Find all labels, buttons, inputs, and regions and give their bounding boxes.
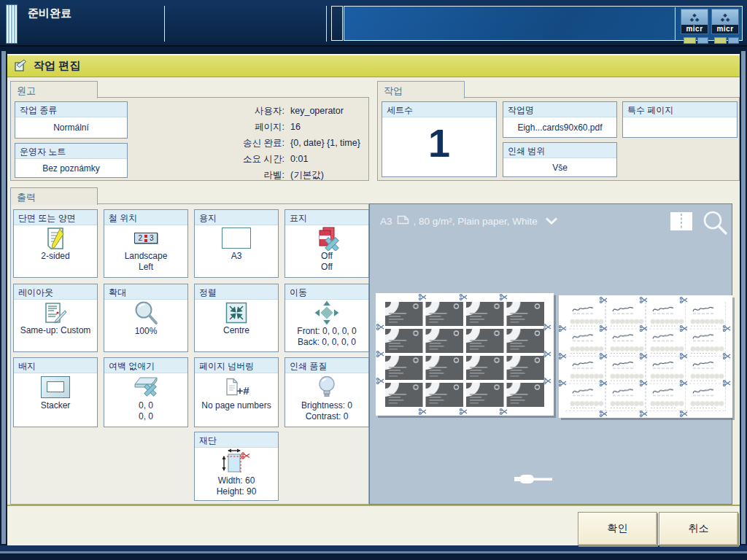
staple-position-icon: 23 — [104, 225, 187, 251]
tile-job-name[interactable]: 작업명 Eigh...cards90x60.pdf — [503, 101, 617, 138]
tile-value: Height: 90 — [195, 486, 278, 497]
micr-logo-text: micr — [711, 25, 739, 34]
set-count-value: 1 — [382, 120, 496, 166]
tile-alignment[interactable]: 정렬 Centre — [194, 284, 279, 352]
info-row: 페이지:16 — [196, 119, 368, 135]
tile-label: 레이아웃 — [14, 284, 97, 300]
topbar-divider — [675, 7, 676, 40]
tile-operator-note[interactable]: 운영자 노트 Bez poznámky — [15, 143, 128, 178]
page-number-icon: +# — [195, 373, 278, 400]
brightness-bulb-icon — [285, 373, 368, 400]
chevron-down-icon — [545, 216, 558, 227]
tile-print-range[interactable]: 인쇄 범위 Vše — [503, 142, 617, 177]
ok-button[interactable]: 확인 — [578, 512, 657, 545]
tile-sides[interactable]: 단면 또는 양면 2-sided — [13, 209, 98, 278]
micr-diamonds-icon: ◆◆ ◆ — [681, 9, 708, 25]
paper-selector[interactable]: A3 , 80 g/m², Plain paper, White — [380, 215, 558, 227]
info-value: 0:01 — [290, 151, 308, 167]
tile-special-pages[interactable]: 특수 페이지 — [622, 101, 738, 138]
tile-label: 재단 — [195, 432, 278, 448]
tile-value: Left — [104, 262, 187, 273]
tile-label: 표지 — [285, 210, 368, 225]
tile-value: Stacker — [14, 400, 97, 411]
tile-value — [14, 411, 97, 422]
info-label: 페이지: — [196, 119, 285, 135]
tile-value — [104, 337, 187, 348]
tile-value: Off — [285, 262, 368, 273]
tile-cover[interactable]: 표지 OffOff — [285, 209, 369, 278]
preview-sheet-back — [559, 295, 732, 418]
tile-value: Same-up: Custom — [14, 325, 97, 336]
info-label: 소요 시간: — [196, 151, 285, 167]
dialog-bottom-highlight — [0, 551, 747, 553]
tile-label: 인쇄 범위 — [503, 143, 616, 158]
tile-label: 단면 또는 양면 — [14, 210, 97, 225]
tile-destination[interactable]: 배지 Stacker — [13, 357, 98, 427]
topbar-divider — [326, 6, 327, 42]
tile-value: No page numbers — [195, 400, 278, 411]
top-status-bar: 준비완료 ◆◆ ◆ micr ◆◆ ◆ micr — [0, 0, 747, 47]
paper-page-icon — [397, 215, 409, 227]
tile-value — [195, 262, 278, 273]
tile-label: 작업명 — [503, 102, 616, 117]
info-label: 라벨: — [196, 167, 285, 183]
topbar-divider — [164, 6, 165, 42]
tile-shift[interactable]: 이동 Front: 0, 0, 0, 0Back: 0, 0, 0, 0 — [285, 284, 369, 352]
info-label: 송신 완료: — [196, 135, 285, 151]
tile-zoom[interactable]: 확대 100% — [104, 284, 188, 352]
tile-value: Front: 0, 0, 0, 0 — [285, 326, 368, 337]
tile-value — [195, 336, 278, 347]
tab-output[interactable]: 출력 — [10, 187, 98, 205]
layout-doc-icon — [14, 300, 97, 325]
tile-label: 배지 — [14, 358, 97, 373]
tile-value: 0, 0 — [104, 411, 187, 422]
micr-diamonds-icon: ◆◆ ◆ — [711, 9, 739, 25]
duplex-page-icon — [14, 225, 97, 251]
tile-label: 정렬 — [195, 284, 278, 300]
tile-page-numbering[interactable]: 페이지 넘버링 +# No page numbers — [194, 357, 279, 427]
preview-zoom-icon[interactable] — [702, 209, 729, 240]
info-row: 소요 시간:0:01 — [196, 151, 368, 167]
info-value: key_operator — [290, 103, 344, 119]
tile-value: 2-sided — [14, 251, 97, 262]
tile-value: Bez poznámky — [15, 163, 127, 174]
shift-arrows-icon — [285, 300, 368, 326]
tab-job[interactable]: 작업 — [377, 81, 465, 98]
tile-staple-position[interactable]: 철 위치 23 LandscapeLeft — [104, 209, 188, 278]
tile-value: Brightness: 0 — [285, 400, 368, 411]
paper-name: A3 — [380, 216, 392, 227]
micr-logo-text: micr — [681, 25, 708, 34]
dialog-title-bar: 작업 편집 — [7, 55, 740, 77]
tile-print-quality[interactable]: 인쇄 품질 Brightness: 0Contrast: 0 — [285, 357, 369, 427]
tile-trim[interactable]: 재단 Width: 60Height: 90 — [194, 432, 279, 501]
tab-original[interactable]: 원고 — [10, 81, 98, 98]
info-row: 사용자:key_operator — [196, 103, 368, 119]
cancel-button[interactable]: 취소 — [659, 512, 738, 545]
paper-size-icon — [195, 225, 278, 251]
tile-label: 작업 종류 — [15, 102, 127, 117]
tile-value — [195, 411, 278, 422]
zoom-magnifier-icon — [104, 300, 187, 326]
tile-label: 특수 페이지 — [623, 102, 737, 117]
micr-logo[interactable]: ◆◆ ◆ micr — [711, 9, 739, 44]
tile-value: Back: 0, 0, 0, 0 — [285, 337, 368, 348]
tile-label: 확대 — [104, 284, 187, 300]
tile-label: 인쇄 품질 — [285, 358, 368, 373]
screen: 준비완료 ◆◆ ◆ micr ◆◆ ◆ micr 작업 편집 원고 작업 종류 … — [0, 0, 747, 560]
tile-set-count[interactable]: 세트수 1 — [382, 101, 497, 177]
info-label: 사용자: — [196, 103, 285, 119]
tile-label: 용지 — [195, 210, 278, 225]
preview-sheet-front — [376, 293, 554, 416]
tile-paper[interactable]: 용지 A3 — [194, 209, 279, 278]
plug-icon[interactable] — [514, 473, 554, 488]
micr-logo[interactable]: ◆◆ ◆ micr — [681, 9, 708, 44]
tile-value: A3 — [195, 251, 278, 262]
tile-label: 페이지 넘버링 — [195, 358, 278, 373]
spread-view-icon[interactable] — [670, 212, 692, 233]
tile-layout[interactable]: 레이아웃 Same-up: Custom — [13, 284, 98, 352]
tile-value: Centre — [195, 325, 278, 336]
status-text: 준비완료 — [28, 7, 71, 20]
tile-job-type[interactable]: 작업 종류 Normální — [15, 101, 128, 139]
tile-value: Off — [285, 251, 368, 262]
tile-margin-erase[interactable]: 여백 없애기 0, 00, 0 — [104, 357, 188, 427]
